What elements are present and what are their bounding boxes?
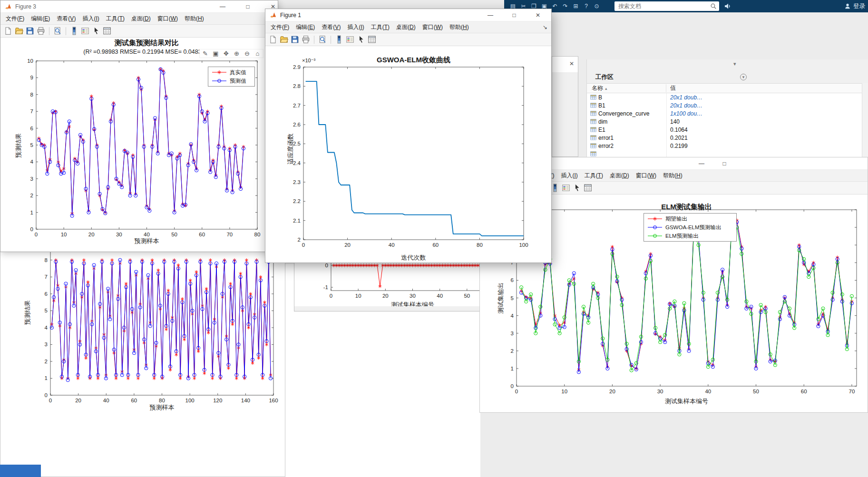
collapse-panel-icon[interactable]: ▾ xyxy=(733,61,736,67)
menu-item-1[interactable]: 文件(F) xyxy=(2,13,28,25)
svg-text:2: 2 xyxy=(30,193,33,198)
menu-item-5[interactable]: 工具(T) xyxy=(368,21,393,33)
figure3-chart-title: 测试集预测结果对比 xyxy=(36,39,257,48)
cursor-icon[interactable] xyxy=(357,35,365,44)
menu-item-4[interactable]: 插入(I) xyxy=(344,21,367,33)
cursor-icon[interactable] xyxy=(573,184,581,192)
menu-item-8[interactable]: 帮助(H) xyxy=(181,13,207,25)
figure1-menubar: 文件(F)编辑(E)查看(V)插入(I)工具(T)桌面(D)窗口(W)帮助(H)… xyxy=(265,21,551,33)
menu-item-2[interactable]: 编辑(E) xyxy=(293,21,318,33)
cursor-icon[interactable] xyxy=(92,27,100,35)
redo-icon[interactable]: ↷ xyxy=(562,3,568,10)
datatip-icon[interactable]: ▣ xyxy=(212,50,219,57)
column-value-header[interactable]: 值 xyxy=(666,84,868,92)
workspace-row[interactable]: E10.1064 xyxy=(587,126,868,134)
save-icon[interactable] xyxy=(291,35,299,44)
menu-item-7[interactable]: 窗口(W) xyxy=(419,21,446,33)
legend-box-icon[interactable] xyxy=(562,184,570,192)
colorbar-icon[interactable] xyxy=(335,35,343,44)
svg-text:40: 40 xyxy=(103,398,109,403)
speaker-icon[interactable] xyxy=(724,2,731,10)
menu-item-6[interactable]: 桌面(D) xyxy=(393,21,419,33)
workspace-row[interactable]: error10.2021 xyxy=(587,134,868,142)
print-icon[interactable] xyxy=(302,35,310,44)
menu-item-6[interactable]: 桌面(D) xyxy=(128,13,154,25)
close-icon[interactable]: ✕ xyxy=(569,60,574,67)
figure1-plot: 02040608010022.12.22.32.42.52.62.72.82.9 xyxy=(265,9,552,263)
login-label[interactable]: 登录 xyxy=(853,2,865,10)
svg-text:9: 9 xyxy=(30,75,33,80)
legend-box-icon[interactable] xyxy=(346,35,354,44)
svg-text:160: 160 xyxy=(269,398,278,403)
menu-item-2[interactable]: 编辑(E) xyxy=(28,13,53,25)
y-axis-multiplier: ×10⁻³ xyxy=(302,58,315,64)
inspector-icon[interactable] xyxy=(584,184,592,192)
svg-text:60: 60 xyxy=(801,389,807,394)
open-folder-icon[interactable] xyxy=(15,27,23,35)
menu-item-6[interactable]: 桌面(D) xyxy=(606,170,633,182)
workspace-row[interactable]: B20x1 doub… xyxy=(587,93,868,101)
svg-text:50: 50 xyxy=(753,389,759,394)
menu-item-3[interactable]: 查看(V) xyxy=(53,13,79,25)
preview-icon[interactable] xyxy=(318,35,327,44)
workspace-scrollbar[interactable] xyxy=(862,83,868,157)
menu-item-4[interactable]: 插入(I) xyxy=(557,170,581,182)
preview-icon[interactable] xyxy=(53,27,62,35)
workspace-row[interactable]: error20.2199 xyxy=(587,142,868,150)
print-icon[interactable] xyxy=(37,27,45,35)
new-doc-icon[interactable] xyxy=(269,35,277,44)
workspace-rows: B20x1 doub…B120x1 doub…Convergence_curve… xyxy=(587,93,868,157)
taskbar-fragment[interactable] xyxy=(0,465,41,477)
legend-box-icon[interactable] xyxy=(81,27,89,35)
pan-icon[interactable]: ✥ xyxy=(223,50,230,57)
workspace-row[interactable]: B120x1 doub… xyxy=(587,101,868,109)
menu-item-5[interactable]: 工具(T) xyxy=(581,170,606,182)
figure3-titlebar[interactable]: Figure 3 — □ ✕ xyxy=(0,0,278,13)
menu-item-7[interactable]: 窗口(W) xyxy=(633,170,660,182)
maximize-button[interactable]: □ xyxy=(716,157,732,170)
help-icon[interactable]: ? xyxy=(583,3,589,10)
inspector-icon[interactable] xyxy=(368,35,376,44)
menu-item-4[interactable]: 插入(I) xyxy=(79,13,102,25)
minimize-button[interactable]: — xyxy=(693,157,710,170)
minimize-button[interactable]: — xyxy=(215,0,231,13)
svg-text:20: 20 xyxy=(75,398,81,403)
new-doc-icon[interactable] xyxy=(4,27,12,35)
maximize-button[interactable]: □ xyxy=(506,9,522,21)
svg-text:6: 6 xyxy=(45,291,48,297)
settings-icon[interactable]: ⊙ xyxy=(594,3,600,10)
inspector-icon[interactable] xyxy=(103,27,111,35)
panel-menu-icon[interactable]: ▾ xyxy=(740,74,747,80)
save-icon[interactable] xyxy=(26,27,34,35)
zoom-in-icon[interactable]: ⊕ xyxy=(233,50,240,57)
menu-item-3[interactable]: 查看(V) xyxy=(318,21,344,33)
figure1-titlebar[interactable]: Figure 1 — □ ✕ xyxy=(265,9,551,21)
switch-window-icon[interactable]: ⊞ xyxy=(573,3,579,10)
minimize-button[interactable]: — xyxy=(482,9,498,21)
hidden-window-titlebar[interactable]: ✕ xyxy=(552,57,578,73)
close-button[interactable]: ✕ xyxy=(530,9,546,21)
menu-item-5[interactable]: 工具(T) xyxy=(103,13,128,25)
workspace-row[interactable]: dim140 xyxy=(587,117,868,126)
dock-figure-icon[interactable]: ↘ xyxy=(543,21,547,33)
open-folder-icon[interactable] xyxy=(280,35,288,44)
colorbar-icon[interactable] xyxy=(551,184,559,192)
menu-item-8[interactable]: 帮助(H) xyxy=(446,21,472,33)
workspace-row[interactable] xyxy=(587,150,868,157)
workspace-column-headers[interactable]: 名称 ▴ 值 xyxy=(587,84,868,93)
search-icon[interactable] xyxy=(710,3,717,10)
zoom-out-icon[interactable]: ⊖ xyxy=(244,50,251,57)
colorbar-icon[interactable] xyxy=(70,27,78,35)
menu-item-8[interactable]: 帮助(H) xyxy=(660,170,686,182)
menu-item-1[interactable]: 文件(F) xyxy=(267,21,293,33)
search-input[interactable] xyxy=(614,3,710,10)
workspace-row[interactable]: Convergence_curve1x100 dou… xyxy=(587,109,868,117)
toolbar-separator xyxy=(314,36,314,44)
home-icon[interactable]: ⌂ xyxy=(254,50,261,57)
login-area[interactable]: 登录 xyxy=(844,0,865,12)
column-name-header[interactable]: 名称 xyxy=(592,84,603,92)
maximize-button[interactable]: □ xyxy=(240,0,256,13)
brush-icon[interactable]: ✎ xyxy=(202,50,209,57)
menu-item-7[interactable]: 窗口(W) xyxy=(154,13,181,25)
undo-icon[interactable]: ↶ xyxy=(552,3,558,10)
